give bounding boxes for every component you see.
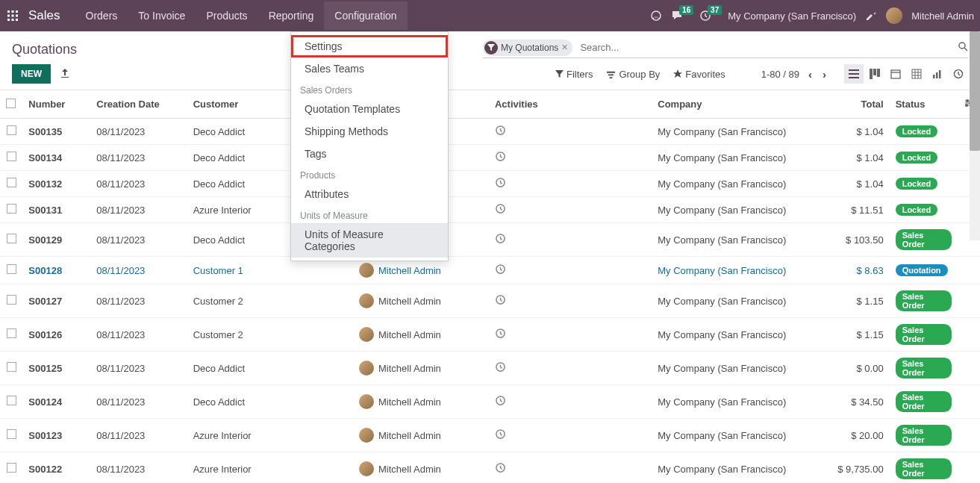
clock-icon[interactable] [495,330,506,341]
col-number[interactable]: Number [22,90,90,119]
cell-activities[interactable] [489,119,652,145]
dd-uom-categories[interactable]: Units of Measure Categories [291,223,448,258]
col-status[interactable]: Status [890,90,958,119]
cell-activities[interactable] [489,419,652,452]
cell-activities[interactable] [489,284,652,318]
col-activities[interactable]: Activities [489,90,652,119]
facet-close-icon[interactable]: ✕ [561,43,568,52]
table-row[interactable]: S00129 08/11/2023 Deco Addict Mitchell A… [0,223,980,257]
row-checkbox[interactable] [7,396,16,405]
row-checkbox[interactable] [7,429,16,439]
clock-icon[interactable] [495,153,506,164]
table-row[interactable]: S00135 08/11/2023 Deco Addict My Company… [0,119,980,145]
cell-activities[interactable] [489,352,652,385]
new-button[interactable]: NEW [12,64,51,84]
user-avatar[interactable] [886,7,902,24]
clock-icon[interactable] [495,235,506,246]
scrollbar[interactable] [970,31,980,240]
select-all-checkbox[interactable] [6,99,16,108]
cell-company: My Company (San Francisco) [652,284,829,318]
row-checkbox[interactable] [7,234,16,243]
search-box[interactable]: My Quotations ✕ [483,39,968,58]
clock-icon[interactable] [495,296,506,308]
salesperson-name: Mitchell Admin [378,464,441,475]
row-checkbox[interactable] [7,328,16,338]
nav-configuration[interactable]: Configuration [324,1,407,30]
dd-attributes[interactable]: Attributes [291,183,448,205]
row-checkbox[interactable] [7,204,16,214]
cell-activities[interactable] [489,223,652,257]
user-menu[interactable]: Mitchell Admin [911,10,974,22]
clock-icon[interactable] [495,364,506,375]
row-checkbox[interactable] [7,152,16,161]
filters-button[interactable]: Filters [555,69,593,80]
cell-activities[interactable] [489,385,652,419]
row-checkbox[interactable] [7,463,16,473]
activities-icon[interactable]: 37 [699,10,711,22]
clock-icon[interactable] [495,431,506,442]
support-icon[interactable] [650,10,662,22]
row-checkbox[interactable] [7,264,16,274]
nav-reporting[interactable]: Reporting [258,1,325,30]
dd-settings[interactable]: Settings [291,35,448,57]
table-row[interactable]: S00122 08/11/2023 Azure Interior Mitchel… [0,452,980,484]
cell-activities[interactable] [489,452,652,484]
scrollbar-thumb[interactable] [970,31,980,151]
clock-icon[interactable] [495,266,506,277]
apps-icon[interactable] [6,9,19,22]
view-graph-icon[interactable] [928,64,947,84]
favorites-button[interactable]: Favorites [673,69,725,80]
dd-quotation-templates[interactable]: Quotation Templates [291,98,448,120]
view-activity-icon[interactable] [949,64,968,84]
view-calendar-icon[interactable] [886,64,905,84]
groupby-button[interactable]: Group By [606,69,660,80]
cell-activities[interactable] [489,171,652,197]
table-row[interactable]: S00126 08/11/2023 Customer 2 Mitchell Ad… [0,318,980,352]
view-kanban-icon[interactable] [865,64,884,84]
table-row[interactable]: S00124 08/11/2023 Deco Addict Mitchell A… [0,385,980,419]
dd-shipping-methods[interactable]: Shipping Methods [291,120,448,143]
cell-activities[interactable] [489,257,652,284]
search-facet[interactable]: My Quotations ✕ [483,40,572,56]
nav-products[interactable]: Products [196,1,258,30]
row-checkbox[interactable] [7,125,16,135]
search-input[interactable] [577,39,958,56]
clock-icon[interactable] [495,127,506,138]
messages-icon[interactable]: 16 [671,10,683,22]
table-row[interactable]: S00134 08/11/2023 Deco Addict My Company… [0,145,980,171]
search-icon[interactable] [958,41,968,54]
table-row[interactable]: S00128 08/11/2023 Customer 1 Mitchell Ad… [0,257,980,284]
col-creation-date[interactable]: Creation Date [90,90,187,119]
table-row[interactable]: S00127 08/11/2023 Customer 2 Mitchell Ad… [0,284,980,318]
cell-activities[interactable] [489,318,652,352]
clock-icon[interactable] [495,205,506,216]
row-checkbox[interactable] [7,178,16,187]
company-switcher[interactable]: My Company (San Francisco) [728,10,856,22]
debug-icon[interactable] [865,10,877,22]
nav-orders[interactable]: Orders [75,1,128,30]
dd-tags[interactable]: Tags [291,143,448,165]
row-checkbox[interactable] [7,295,16,305]
app-brand[interactable]: Sales [28,8,60,23]
table-row[interactable]: S00132 08/11/2023 Deco Addict My Company… [0,171,980,197]
view-list-icon[interactable] [844,64,864,84]
cell-activities[interactable] [489,197,652,223]
clock-icon[interactable] [495,179,506,190]
table-row[interactable]: S00123 08/11/2023 Azure Interior Mitchel… [0,419,980,452]
col-total[interactable]: Total [829,90,890,119]
pager-next-icon[interactable]: › [820,66,829,82]
clock-icon[interactable] [495,397,506,408]
pager-range[interactable]: 1-80 / 89 [761,69,799,80]
table-row[interactable]: S00131 08/11/2023 Azure Interior My Comp… [0,197,980,223]
quotations-table: Number Creation Date Customer Activities… [0,90,980,483]
upload-icon[interactable] [60,68,70,81]
table-row[interactable]: S00125 08/11/2023 Deco Addict Mitchell A… [0,352,980,385]
cell-activities[interactable] [489,145,652,171]
col-company[interactable]: Company [652,90,829,119]
nav-to-invoice[interactable]: To Invoice [128,1,196,30]
row-checkbox[interactable] [7,362,16,372]
clock-icon[interactable] [495,464,506,476]
view-pivot-icon[interactable] [907,64,926,84]
pager-prev-icon[interactable]: ‹ [805,66,815,82]
dd-sales-teams[interactable]: Sales Teams [291,57,448,80]
